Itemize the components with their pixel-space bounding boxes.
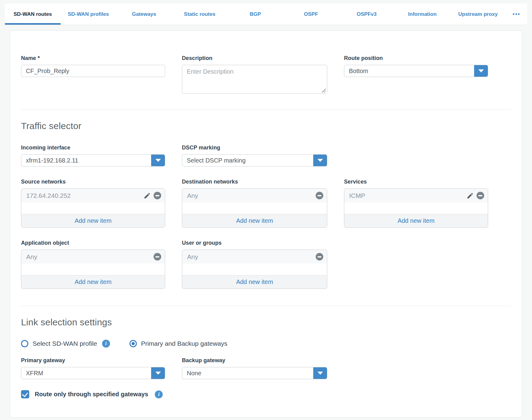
incoming-interface-value: xfrm1-192.168.2.11: [21, 155, 151, 166]
incoming-interface-select[interactable]: xfrm1-192.168.2.11: [21, 154, 165, 166]
sdwan-route-form-card: Name * Description Route position Bottom…: [10, 30, 522, 418]
list-empty-area: [21, 264, 165, 275]
radio-gateways-label: Primary and Backup gateways: [141, 340, 228, 347]
route-only-checkbox-checked[interactable]: [21, 390, 29, 398]
general-fields-row: Name * Description Route position Bottom: [21, 55, 511, 95]
chevron-down-icon: [317, 372, 323, 375]
remove-item-icon[interactable]: [154, 253, 161, 261]
primary-gateway-value: XFRM: [21, 367, 151, 379]
info-icon[interactable]: i: [102, 340, 110, 348]
info-icon[interactable]: i: [155, 390, 163, 398]
primary-gateway-select[interactable]: XFRM: [21, 367, 165, 379]
tab-ospfv3[interactable]: OSPFv3: [339, 4, 395, 25]
list-item: 172.64.240.252: [21, 189, 165, 202]
remove-item-icon[interactable]: [316, 192, 323, 199]
more-tabs-ellipsis-icon[interactable]: •••: [506, 4, 527, 25]
tab-ospf[interactable]: OSPF: [283, 4, 339, 25]
backup-gateway-label: Backup gateway: [182, 357, 327, 364]
destination-networks-field-group: Destination networks Any Add new item: [182, 179, 327, 228]
route-position-dropdown-button[interactable]: [474, 65, 488, 77]
primary-gateway-dropdown-button[interactable]: [151, 367, 165, 379]
radio-primary-backup-gateways[interactable]: Primary and Backup gateways: [129, 340, 228, 347]
services-label: Services: [344, 179, 488, 185]
service-item-text: ICMP: [349, 192, 466, 199]
tab-upstream-proxy[interactable]: Upstream proxy: [450, 4, 506, 25]
source-network-item-text: 172.64.240.252: [26, 192, 144, 199]
add-new-item-label: Add new item: [236, 217, 273, 224]
list-item: Any: [21, 250, 165, 264]
dscp-marking-dropdown-button[interactable]: [313, 155, 327, 166]
application-object-label: Application object: [21, 240, 165, 246]
list-empty-area: [344, 202, 488, 214]
remove-item-icon[interactable]: [154, 192, 161, 199]
add-new-item-label: Add new item: [236, 278, 273, 285]
list-empty-area: [182, 202, 327, 214]
incoming-interface-dropdown-button[interactable]: [151, 155, 165, 166]
application-object-field-group: Application object Any Add new item: [21, 240, 165, 289]
backup-gateway-value: None: [182, 367, 313, 379]
backup-gateway-dropdown-button[interactable]: [313, 367, 327, 379]
edit-pencil-icon[interactable]: [466, 192, 474, 199]
description-label: Description: [182, 55, 327, 61]
networks-services-row: Source networks 172.64.240.252 Add new i…: [21, 179, 511, 228]
tab-gateways[interactable]: Gateways: [116, 4, 172, 25]
list-item: ICMP: [344, 189, 488, 202]
list-empty-area: [182, 264, 327, 275]
description-textarea[interactable]: [182, 65, 327, 94]
chevron-down-icon: [155, 159, 161, 162]
description-field-group: Description: [182, 55, 327, 95]
tab-bgp[interactable]: BGP: [228, 4, 283, 25]
source-networks-label: Source networks: [21, 179, 165, 185]
route-position-select[interactable]: Bottom: [344, 65, 488, 77]
tab-sdwan-routes[interactable]: SD-WAN routes: [5, 4, 61, 25]
dscp-marking-select[interactable]: Select DSCP marking: [182, 154, 327, 166]
name-label: Name *: [21, 55, 165, 61]
name-input[interactable]: [21, 65, 165, 77]
traffic-selector-heading: Traffic selector: [21, 121, 511, 131]
application-object-add-button[interactable]: Add new item: [21, 275, 165, 289]
edit-pencil-icon[interactable]: [144, 192, 151, 199]
source-networks-field-group: Source networks 172.64.240.252 Add new i…: [21, 179, 165, 228]
list-item: Any: [182, 250, 327, 264]
user-or-groups-label: User or groups: [182, 240, 327, 246]
services-field-group: Services ICMP Add new item: [344, 179, 488, 228]
list-item: Any: [182, 189, 327, 202]
app-users-row: Application object Any Add new item User…: [21, 240, 511, 289]
route-position-value: Bottom: [344, 65, 474, 77]
backup-gateway-field-group: Backup gateway None: [182, 357, 327, 379]
source-networks-listbox: 172.64.240.252 Add new item: [21, 188, 165, 228]
name-field-group: Name *: [21, 55, 165, 95]
application-object-item-text: Any: [26, 253, 154, 261]
chevron-down-icon: [478, 69, 484, 72]
user-or-groups-add-button[interactable]: Add new item: [182, 275, 327, 289]
destination-networks-add-button[interactable]: Add new item: [182, 214, 327, 227]
tab-static-routes[interactable]: Static routes: [172, 4, 228, 25]
chevron-down-icon: [155, 372, 161, 375]
incoming-interface-field-group: Incoming interface xfrm1-192.168.2.11: [21, 145, 165, 166]
tab-sdwan-profiles[interactable]: SD-WAN profiles: [61, 4, 116, 25]
radio-select-sdwan-profile[interactable]: Select SD-WAN profile: [21, 340, 97, 347]
tab-bar: SD-WAN routes SD-WAN profiles Gateways S…: [5, 4, 527, 25]
primary-gateway-label: Primary gateway: [21, 357, 165, 364]
dscp-marking-label: DSCP marking: [182, 145, 327, 151]
radio-unselected-icon[interactable]: [21, 340, 28, 347]
radio-selected-icon[interactable]: [129, 340, 137, 347]
gateways-row: Primary gateway XFRM Backup gateway None: [21, 357, 511, 379]
destination-network-item-text: Any: [187, 192, 316, 199]
list-empty-area: [21, 202, 165, 214]
user-or-groups-item-text: Any: [187, 253, 316, 261]
user-or-groups-listbox: Any Add new item: [182, 250, 327, 289]
application-object-listbox: Any Add new item: [21, 250, 165, 289]
primary-gateway-field-group: Primary gateway XFRM: [21, 357, 165, 379]
backup-gateway-select[interactable]: None: [182, 367, 327, 379]
remove-item-icon[interactable]: [316, 253, 323, 261]
tab-information[interactable]: Information: [395, 4, 450, 25]
route-position-field-group: Route position Bottom: [344, 55, 488, 95]
radio-sdwan-profile-label: Select SD-WAN profile: [33, 340, 97, 347]
services-add-button[interactable]: Add new item: [344, 214, 488, 227]
add-new-item-label: Add new item: [75, 217, 112, 224]
remove-item-icon[interactable]: [477, 192, 484, 199]
link-selection-heading: Link selection settings: [21, 317, 511, 327]
services-listbox: ICMP Add new item: [344, 188, 488, 228]
source-networks-add-button[interactable]: Add new item: [21, 214, 165, 227]
